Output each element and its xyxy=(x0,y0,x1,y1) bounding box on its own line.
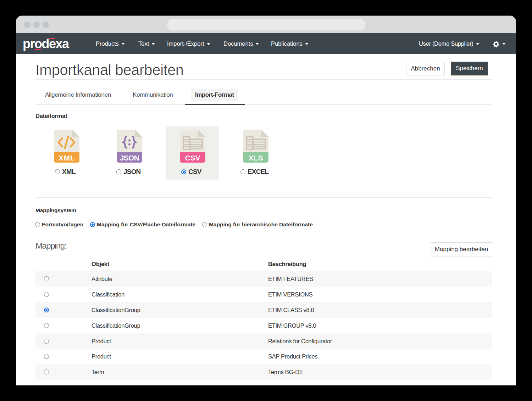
svg-text:JSON: JSON xyxy=(120,154,139,162)
svg-text:XLS: XLS xyxy=(249,154,263,162)
svg-text:XML: XML xyxy=(59,154,75,162)
svg-text:CSV: CSV xyxy=(185,154,200,162)
